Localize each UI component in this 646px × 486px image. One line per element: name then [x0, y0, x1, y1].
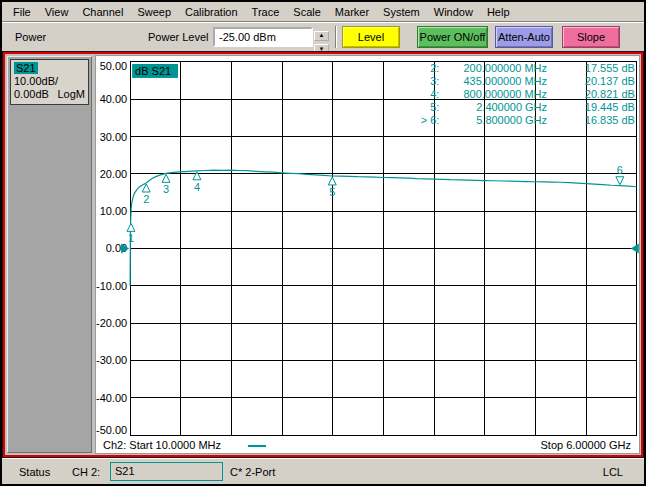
power-toolbar: Power Power Level ▲ ▼ LevelPower ON/offA… — [2, 23, 644, 51]
marker-table-cell: 16.835 dB — [585, 114, 635, 126]
marker-table-cell: 19.445 dB — [585, 101, 635, 113]
marker-table-cell: 4: — [430, 88, 439, 100]
ref-level-arrow-right — [631, 244, 639, 254]
trace-marker-4[interactable]: 4 — [193, 172, 201, 193]
y-axis-tick-label: -20.00 — [96, 317, 127, 329]
trace-info-box[interactable]: S21 10.00dB/ 0.00dB LogM — [10, 59, 89, 105]
level-button[interactable]: Level — [342, 26, 400, 48]
menu-item-help[interactable]: Help — [480, 4, 517, 20]
y-axis-tick-label: -10.00 — [96, 280, 127, 292]
y-axis-tick-label: -50.00 — [96, 424, 127, 436]
plot-grid — [130, 62, 637, 435]
trace-marker-3[interactable]: 3 — [162, 174, 170, 195]
power-level-input[interactable] — [213, 27, 313, 47]
menu-item-marker[interactable]: Marker — [328, 4, 376, 20]
sweep-range-row: Ch2: Start 10.0000 MHz Stop 6.00000 GHz — [96, 439, 639, 452]
marker-table-cell: 20.821 dB — [585, 88, 635, 100]
marker-table-cell: 5.800000 GHz — [476, 114, 547, 126]
marker-table-cell: 800.000000 MHz — [463, 88, 547, 100]
status-label: Status — [19, 466, 50, 478]
channel-indicator: CH 2: — [72, 466, 100, 478]
marker-table-cell: > 6: — [421, 114, 440, 126]
channel-area: S21 10.00dB/ 0.00dB LogM 50.0040.0030.00… — [2, 51, 644, 458]
marker-table-cell: 2: — [430, 62, 439, 74]
toolbar-separator — [335, 26, 337, 48]
marker-number-label: 4 — [194, 181, 200, 193]
menu-item-file[interactable]: File — [6, 4, 38, 20]
marker-number-label: 2 — [143, 193, 149, 205]
menu-bar: FileViewChannelSweepCalibrationTraceScal… — [2, 2, 644, 22]
menu-item-scale[interactable]: Scale — [286, 4, 328, 20]
status-bar: Status CH 2: S21 C* 2-Port LCL — [2, 458, 644, 484]
marker-table-cell: 435.000000 MHz — [463, 75, 547, 87]
marker-number-label: 5 — [329, 186, 335, 198]
marker-number-label: 6 — [617, 164, 623, 176]
stepper-up-button[interactable]: ▲ — [314, 31, 329, 41]
graph-panel: 50.0040.0030.0020.0010.000.00-10.00-20.0… — [95, 55, 640, 454]
menu-item-view[interactable]: View — [38, 4, 76, 20]
marker-number-label: 3 — [163, 183, 169, 195]
channel-frame: S21 10.00dB/ 0.00dB LogM 50.0040.0030.00… — [3, 52, 643, 457]
menu-item-channel[interactable]: Channel — [75, 4, 130, 20]
power-level-label: Power Level — [148, 31, 209, 43]
power-mode-label: Power — [15, 31, 46, 43]
marker-table-cell: 20.137 dB — [585, 75, 635, 87]
trace-name-label: S21 — [14, 62, 38, 74]
active-trace-box: S21 — [110, 462, 223, 481]
y-axis-tick-label: 50.00 — [100, 60, 127, 72]
y-axis-tick-label: -30.00 — [96, 354, 127, 366]
marker-table-cell: 3: — [430, 75, 439, 87]
chart-title-badge: dB S21 — [132, 64, 178, 78]
marker-table-cell: 200.000000 MHz — [463, 62, 547, 74]
marker-table-cell: 5: — [430, 101, 439, 113]
cal-status-label: C* 2-Port — [230, 466, 275, 478]
trace-marker-5[interactable]: 5 — [328, 177, 336, 198]
vna-app-window: FileViewChannelSweepCalibrationTraceScal… — [0, 0, 646, 486]
sweep-stop-label: Stop 6.00000 GHz — [540, 439, 631, 451]
y-axis-tick-label: 20.00 — [100, 168, 127, 180]
marker-table-cell: 17.555 dB — [585, 62, 635, 74]
slope-button[interactable]: Slope — [562, 26, 620, 48]
marker-table-cell: 2.400000 GHz — [476, 101, 547, 113]
trace-scale-label: 10.00dB/ — [14, 75, 85, 88]
marker-number-label: 1 — [128, 232, 134, 244]
trace-sidebar: S21 10.00dB/ 0.00dB LogM — [7, 56, 92, 453]
menu-item-window[interactable]: Window — [427, 4, 480, 20]
s21-chart[interactable]: 50.0040.0030.0020.0010.000.00-10.00-20.0… — [96, 56, 639, 439]
y-axis-tick-label: 10.00 — [100, 205, 127, 217]
atten-auto-button[interactable]: Atten-Auto — [495, 26, 553, 48]
menu-item-sweep[interactable]: Sweep — [130, 4, 178, 20]
trace-marker-6[interactable]: 6 — [616, 164, 624, 185]
lcl-indicator: LCL — [603, 466, 623, 478]
y-axis-tick-label: 40.00 — [100, 93, 127, 105]
trace-marker-2[interactable]: 2 — [142, 184, 150, 205]
trace-ref-label: 0.00dB — [14, 88, 49, 101]
y-axis-tick-label: -40.00 — [96, 392, 127, 404]
svg-text:dB S21: dB S21 — [135, 65, 171, 77]
power-level-stepper: ▲ ▼ — [314, 27, 329, 47]
s21-plot-svg: 50.0040.0030.0020.0010.000.00-10.00-20.0… — [96, 56, 639, 439]
menu-item-trace[interactable]: Trace — [245, 4, 287, 20]
menu-item-system[interactable]: System — [376, 4, 427, 20]
toolbar-buttons: LevelPower ON/offAtten-AutoSlope — [342, 26, 642, 48]
trace-legend-dash — [248, 445, 266, 447]
y-axis-tick-label: 30.00 — [100, 131, 127, 143]
trace-format-label: LogM — [57, 88, 85, 101]
power-on-off-button[interactable]: Power ON/off — [417, 26, 488, 48]
sweep-start-label: Ch2: Start 10.0000 MHz — [103, 439, 221, 451]
trace-marker-1[interactable]: 1 — [127, 223, 135, 244]
menu-item-calibration[interactable]: Calibration — [178, 4, 245, 20]
marker-readout-table: 2:200.000000 MHz17.555 dB3:435.000000 MH… — [421, 62, 635, 126]
